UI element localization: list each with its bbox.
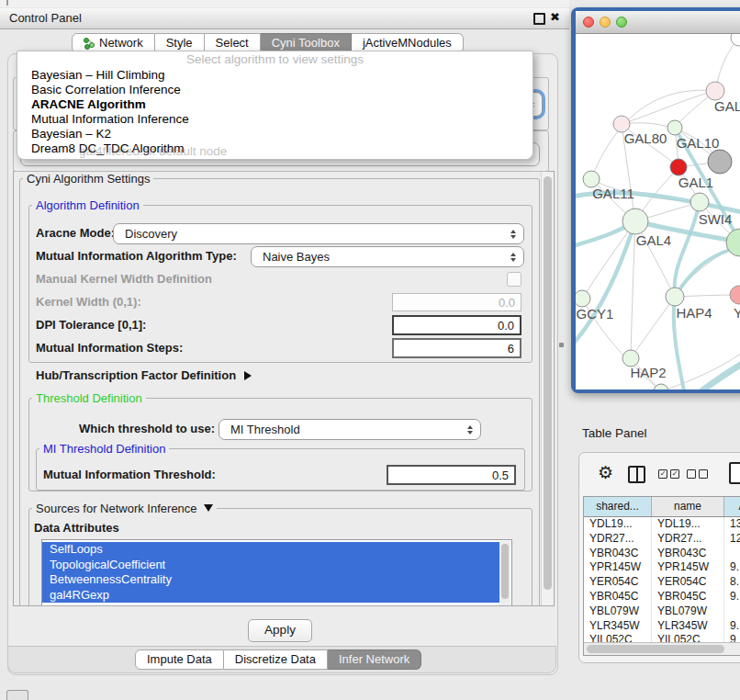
clipped-tab-fragment — [6, 0, 8, 6]
table-row[interactable]: YDR27...YDR27...12 — [584, 532, 740, 547]
column-header-a[interactable]: A — [724, 497, 740, 516]
network-node[interactable] — [576, 290, 590, 307]
table-cell: 8. — [724, 575, 740, 590]
table-cell: 12 — [724, 532, 740, 547]
new-table-icon[interactable] — [729, 462, 740, 484]
algorithm-definition-title: Algorithm Definition — [32, 198, 143, 212]
attributes-scrollbar[interactable] — [499, 541, 510, 605]
table-cell: YDL19... — [584, 517, 652, 532]
which-threshold-label: Which threshold to use: — [79, 422, 215, 435]
control-panel-titlebar: Control Panel ✖ — [0, 7, 569, 29]
node-label-gcy1: GCY1 — [577, 306, 614, 322]
tab-label: Cyni Toolbox — [272, 34, 340, 52]
network-node[interactable] — [654, 384, 668, 390]
sources-toggle[interactable]: Sources for Network Inference — [32, 502, 217, 515]
split-pane-handle[interactable] — [559, 343, 564, 347]
network-node[interactable] — [708, 150, 732, 174]
table-cell — [724, 547, 740, 561]
popup-item-basic-correlation-inference[interactable]: Basic Correlation Inference — [17, 83, 533, 97]
table-row[interactable]: YPR145WYPR145W9. — [584, 560, 740, 575]
unchecked-checkbox-icon[interactable] — [699, 469, 708, 479]
network-node[interactable] — [622, 209, 648, 234]
network-node[interactable] — [730, 286, 740, 304]
table-row[interactable]: YBL079WYBL079W — [584, 604, 740, 619]
checked-checkbox-icon[interactable]: ✓ — [670, 469, 679, 479]
table-cell: YLR345W — [652, 619, 724, 634]
close-icon[interactable]: ✖ — [550, 10, 560, 24]
attribute-item-betweennesscentrality[interactable]: BetweennessCentrality — [42, 572, 501, 588]
popup-list: Bayesian – Hill ClimbingBasic Correlatio… — [17, 68, 533, 156]
mi-threshold-input[interactable]: 0.5 — [387, 465, 516, 485]
attribute-item-gal4rgexp[interactable]: gal4RGexp — [42, 588, 501, 604]
table-panel-toolbar: ⚙ ✓ ✓ — [579, 458, 740, 493]
settings-scroll-area: Cyni Algorithm Settings Algorithm Defini… — [13, 171, 555, 606]
popup-item-aracne-algorithm[interactable]: ARACNE Algorithm — [17, 97, 533, 112]
settings-vertical-scrollbar[interactable] — [541, 172, 554, 605]
table-row[interactable]: YBR045CYBR045C9. — [584, 590, 740, 604]
bottom-tab-discretize-data[interactable]: Discretize Data — [224, 649, 328, 670]
table-row[interactable]: YDL19...YDL19...13 — [584, 517, 740, 532]
table-cell: YER054C — [584, 575, 652, 590]
manual-kernel-checkbox[interactable] — [507, 272, 521, 287]
network-node[interactable] — [690, 193, 709, 211]
node-table: shared...nameA YDL19...YDL19...13YDR27..… — [583, 496, 740, 656]
table-row[interactable]: YBR043CYBR043C — [584, 547, 740, 561]
mi-type-combo[interactable]: Naive Bayes — [251, 246, 524, 267]
node-label-gal80: GAL80 — [624, 130, 667, 146]
table-cell: YBL079W — [584, 604, 652, 619]
traffic-light-minimize-icon[interactable] — [600, 17, 611, 28]
table-row[interactable]: YER054CYER054C8. — [584, 575, 740, 590]
mi-steps-input[interactable]: 6 — [392, 338, 521, 358]
collapsed-arrow-icon — [244, 371, 252, 380]
dpi-tolerance-input[interactable]: 0.0 — [392, 315, 521, 335]
network-node[interactable] — [667, 120, 682, 135]
kernel-width-label: Kernel Width (0,1): — [36, 295, 141, 309]
table-cell: YBR045C — [652, 590, 724, 604]
apply-button[interactable]: Apply — [248, 619, 312, 642]
table-cell: YDR27... — [584, 532, 652, 547]
popup-item-bayesian-hill-climbing[interactable]: Bayesian – Hill Climbing — [17, 68, 533, 83]
attribute-item-topologicalcoefficient[interactable]: TopologicalCoefficient — [42, 558, 501, 573]
network-node[interactable] — [731, 34, 740, 46]
mi-type-value: Naive Bayes — [263, 250, 330, 264]
unchecked-checkbox-icon[interactable] — [687, 469, 696, 479]
aracne-mode-combo[interactable]: Discovery — [113, 223, 524, 244]
checked-checkbox-icon[interactable]: ✓ — [658, 469, 667, 479]
gear-icon[interactable]: ⚙ — [598, 463, 613, 483]
table-row[interactable]: YLR345WYLR345W9. — [584, 619, 740, 634]
traffic-light-close-icon[interactable] — [583, 17, 594, 28]
mi-threshold-label: Mutual Information Threshold: — [43, 468, 216, 481]
network-node[interactable] — [706, 82, 724, 100]
traffic-light-zoom-icon[interactable] — [616, 17, 627, 28]
tab-label: Style — [166, 34, 193, 52]
bottom-tab-infer-network[interactable]: Infer Network — [328, 649, 421, 670]
network-node[interactable] — [666, 288, 684, 306]
which-threshold-combo[interactable]: MI Threshold — [219, 419, 481, 440]
node-label-gal: GAL — [714, 98, 740, 114]
stepper-icon — [510, 230, 516, 239]
minimized-panel-icon[interactable] — [6, 690, 28, 700]
table-cell: 9. — [724, 590, 740, 604]
columns-icon[interactable] — [628, 466, 645, 483]
kernel-width-input[interactable]: 0.0 — [392, 293, 521, 311]
node-label-hap4: HAP4 — [676, 305, 712, 321]
column-header-shared[interactable]: shared... — [584, 497, 652, 516]
float-window-icon[interactable] — [533, 13, 545, 25]
table-cell: YPR145W — [584, 560, 652, 575]
network-canvas[interactable]: GALGAL80GAL10GAL1GAL11SWI4GAL4GCY1HAP4YH… — [576, 34, 740, 390]
bottom-tab-impute-data[interactable]: Impute Data — [135, 649, 224, 670]
hub-definition-toggle[interactable]: Hub/Transcription Factor Definition — [36, 368, 252, 382]
table-cell: YPR145W — [652, 560, 724, 575]
column-header-name[interactable]: name — [652, 497, 724, 516]
popup-placeholder: Select algorithm to view settings — [17, 51, 533, 68]
table-horizontal-scrollbar[interactable] — [584, 642, 740, 655]
network-window-titlebar[interactable] — [576, 11, 740, 34]
attribute-item-selfloops[interactable]: SelfLoops — [42, 542, 501, 558]
table-cell: 13 — [724, 517, 740, 532]
data-attributes-list: SelfLoopsTopologicalCoefficientBetweenne… — [41, 539, 512, 606]
hub-definition-label: Hub/Transcription Factor Definition — [36, 368, 236, 382]
node-label-gal10: GAL10 — [677, 135, 720, 151]
popup-item-mutual-information-inference[interactable]: Mutual Information Inference — [17, 112, 533, 127]
network-node[interactable] — [670, 159, 687, 175]
popup-item-bayesian-k2[interactable]: Bayesian – K2 — [17, 127, 533, 141]
